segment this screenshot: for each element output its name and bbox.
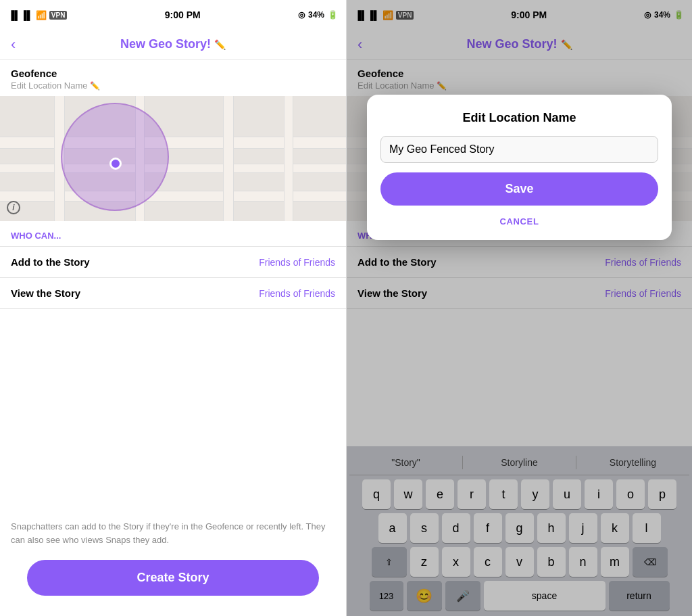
edit-location-modal: Edit Location Name Save CANCEL — [367, 95, 672, 240]
back-button-left[interactable]: ‹ — [11, 37, 16, 52]
vpn-badge: VPN — [49, 11, 68, 20]
who-can-left: WHO CAN... — [0, 221, 346, 246]
modal-title: Edit Location Name — [380, 111, 658, 125]
status-left: ▐▌▐▌ 📶 VPN — [8, 10, 67, 20]
header-left: ‹ New Geo Story! ✏️ — [0, 30, 346, 60]
pencil-icon-left: ✏️ — [214, 39, 226, 50]
add-to-story-value-left: Friends of Friends — [259, 257, 335, 268]
battery-icon: 🔋 — [328, 10, 338, 20]
road-h3 — [0, 191, 346, 202]
road-v3 — [223, 96, 234, 221]
modal-cancel-button[interactable]: CANCEL — [380, 214, 658, 229]
right-phone: ▐▌▐▌ 📶 VPN 9:00 PM ◎ 34% 🔋 ‹ New Geo Sto… — [346, 0, 692, 616]
geofence-sublabel-left[interactable]: Edit Location Name ✏️ — [0, 80, 346, 96]
road-v4 — [284, 96, 293, 221]
battery-text: 34% — [308, 10, 324, 20]
add-to-story-row-left[interactable]: Add to the Story Friends of Friends — [0, 247, 346, 278]
geo-circle-left — [61, 103, 169, 211]
info-icon-left[interactable]: i — [7, 201, 20, 214]
modal-save-button[interactable]: Save — [380, 172, 658, 206]
map-left[interactable]: i — [0, 96, 346, 221]
edit-pencil-icon-left: ✏️ — [90, 81, 100, 91]
create-story-button[interactable]: Create Story — [27, 560, 319, 596]
status-right-left: ◎ 34% 🔋 — [298, 10, 338, 20]
left-phone: ▐▌▐▌ 📶 VPN 9:00 PM ◎ 34% 🔋 ‹ New Geo Sto… — [0, 0, 346, 616]
header-title-left: New Geo Story! ✏️ — [120, 37, 226, 51]
view-story-label-left: View the Story — [11, 287, 80, 299]
view-story-value-left: Friends of Friends — [259, 288, 335, 299]
location-icon: ◎ — [298, 10, 305, 20]
status-bar-left: ▐▌▐▌ 📶 VPN 9:00 PM ◎ 34% 🔋 — [0, 0, 346, 30]
footer-text-left: Snapchatters can add to the Story if the… — [0, 309, 346, 553]
signal-icon: ▐▌▐▌ — [8, 10, 33, 20]
location-name-input[interactable] — [380, 136, 658, 163]
add-to-story-label-left: Add to the Story — [11, 256, 90, 268]
create-btn-wrap: Create Story — [0, 553, 346, 616]
view-story-row-left[interactable]: View the Story Friends of Friends — [0, 278, 346, 309]
status-time-left: 9:00 PM — [165, 9, 201, 20]
road-h1 — [0, 137, 346, 149]
geofence-label-left: Geofence — [0, 60, 346, 80]
modal-backdrop[interactable] — [347, 0, 692, 616]
geo-center-left — [109, 158, 122, 170]
wifi-icon: 📶 — [36, 10, 47, 20]
road-h2 — [0, 164, 346, 173]
